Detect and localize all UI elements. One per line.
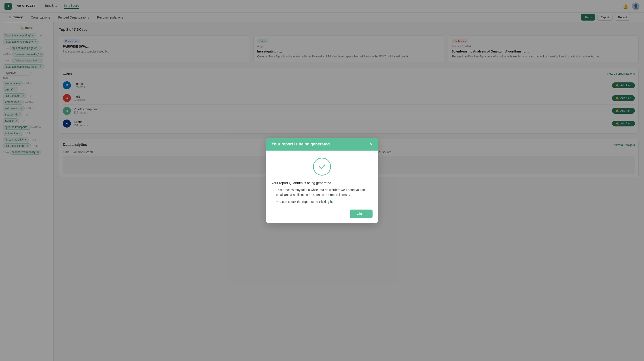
modal-close-button[interactable]: × bbox=[370, 142, 372, 146]
modal-here-link[interactable]: here bbox=[330, 200, 336, 204]
checkmark-icon bbox=[318, 162, 326, 171]
modal-close-btn[interactable]: Close bbox=[350, 210, 372, 218]
check-circle bbox=[313, 158, 331, 176]
modal-main-text: Your report Quantum is being generated. bbox=[272, 181, 372, 185]
modal-header: Your report is being generated × bbox=[266, 138, 378, 151]
modal-title: Your report is being generated bbox=[272, 142, 330, 147]
modal-bullet-list: This process may take a while, but no wo… bbox=[272, 187, 372, 204]
modal-bullet-2: You can check the report state clicking … bbox=[276, 199, 372, 204]
modal-content: Your report Quantum is being generated. … bbox=[272, 181, 372, 218]
modal-overlay[interactable]: Your report is being generated × Your re… bbox=[0, 0, 644, 361]
modal-bullet-2-prefix: You can check the report state clicking bbox=[276, 200, 330, 204]
modal-body: Your report Quantum is being generated. … bbox=[266, 151, 378, 223]
modal: Your report is being generated × Your re… bbox=[266, 138, 378, 223]
modal-footer: Close bbox=[272, 210, 372, 218]
modal-bullet-1: This process may take a while, but no wo… bbox=[276, 187, 372, 197]
